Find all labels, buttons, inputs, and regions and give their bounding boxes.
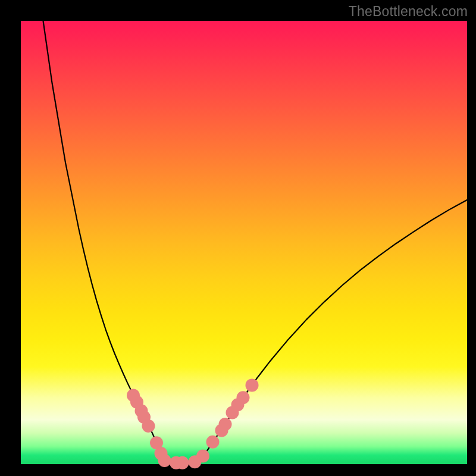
data-point-marker [142,419,155,433]
data-point-marker [206,436,220,449]
data-point-marker [158,454,171,467]
marker-dots [127,378,259,469]
data-point-marker [176,456,189,469]
data-point-marker [237,391,250,404]
chart-container: TheBottleneck.com [0,0,476,476]
watermark-text: TheBottleneck.com [349,4,468,20]
curve-line [43,21,468,463]
data-point-marker [246,378,259,392]
bottleneck-curve [43,21,468,463]
data-point-marker [196,450,209,463]
data-point-marker [219,418,232,431]
chart-overlay [21,21,467,464]
